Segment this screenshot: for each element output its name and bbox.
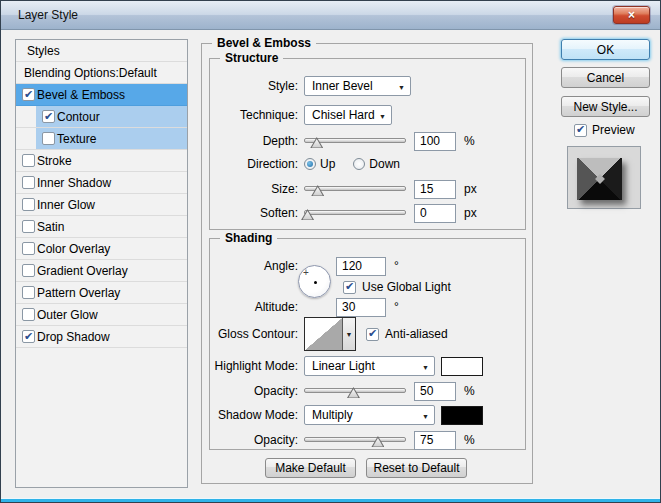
sidebar-item-drop-shadow[interactable]: Drop Shadow [16,326,187,348]
styles-header-label: Styles [27,44,60,58]
contour-thumbnail[interactable] [305,318,342,350]
sidebar-item-outer-glow[interactable]: Outer Glow [16,304,187,326]
highlight-color-swatch[interactable] [441,357,483,376]
use-global-light-checkbox[interactable] [343,281,356,294]
drop-shadow-checkbox[interactable] [22,330,35,343]
texture-checkbox[interactable] [42,132,55,145]
sidebar-item-inner-glow[interactable]: Inner Glow [16,194,187,216]
sidebar-item-bevel-emboss[interactable]: Bevel & Emboss [16,84,187,106]
size-input[interactable] [414,180,456,199]
style-value: Inner Bevel [312,79,398,93]
close-icon: × [628,8,635,22]
direction-label: Direction: [211,157,304,171]
new-style-button[interactable]: New Style... [561,96,650,117]
make-default-button[interactable]: Make Default [265,458,356,478]
color-overlay-checkbox[interactable] [22,242,35,255]
gloss-contour-label: Gloss Contour: [211,327,304,341]
shadow-opacity-unit: % [464,433,475,447]
sidebar-item-contour[interactable]: Contour [16,106,187,128]
highlight-opacity-row: Opacity: % [211,381,523,401]
altitude-row: Altitude: ° [211,297,523,317]
preview-thumbnail [577,158,622,200]
stroke-checkbox[interactable] [22,154,35,167]
reset-to-default-button[interactable]: Reset to Default [366,458,467,478]
gradient-overlay-checkbox[interactable] [22,264,35,277]
gloss-contour-row: Gloss Contour: Anti-aliased [211,316,523,352]
sidebar-item-label: Color Overlay [37,242,110,256]
size-row: Size: px [211,179,523,199]
styles-list: Styles Blending Options:Default Bevel & … [15,39,188,488]
sidebar-item-label: Inner Glow [37,198,95,212]
contour-dropdown-arrow[interactable] [342,318,355,350]
shadow-opacity-input[interactable] [414,431,456,450]
pattern-overlay-checkbox[interactable] [22,286,35,299]
chevron-down-icon [422,359,429,373]
depth-input[interactable] [414,132,456,151]
styles-header[interactable]: Styles [16,40,187,62]
highlight-opacity-unit: % [464,384,475,398]
chevron-down-icon [379,108,386,122]
sidebar-item-color-overlay[interactable]: Color Overlay [16,238,187,260]
contour-row[interactable]: Contour [36,106,187,127]
soften-label: Soften: [211,206,304,220]
sidebar-item-pattern-overlay[interactable]: Pattern Overlay [16,282,187,304]
style-dropdown[interactable]: Inner Bevel [304,76,411,96]
anti-aliased-checkbox[interactable] [366,328,379,341]
highlight-mode-label: Highlight Mode: [211,359,304,373]
ok-button[interactable]: OK [561,39,650,60]
sidebar-item-blending-options[interactable]: Blending Options:Default [16,62,187,84]
sidebar-item-label: Outer Glow [37,308,98,322]
sidebar-item-label: Bevel & Emboss [37,88,125,102]
preview-toggle[interactable]: Preview [574,123,635,137]
outer-glow-checkbox[interactable] [22,308,35,321]
window-bottom-border [1,498,660,502]
title-bar[interactable]: Layer Style × [1,1,660,30]
satin-checkbox[interactable] [22,220,35,233]
sidebar-item-satin[interactable]: Satin [16,216,187,238]
sidebar-item-label: Satin [37,220,64,234]
direction-down-radio[interactable] [353,158,365,170]
soften-input[interactable] [414,204,456,223]
chevron-down-icon [422,408,429,422]
slider-track[interactable] [304,210,406,215]
depth-slider[interactable] [304,133,406,149]
sidebar-item-stroke[interactable]: Stroke [16,150,187,172]
shadow-color-swatch[interactable] [441,406,483,425]
size-slider[interactable] [304,181,406,197]
texture-row[interactable]: Texture [36,128,187,149]
cancel-button[interactable]: Cancel [561,67,650,88]
sidebar-item-texture[interactable]: Texture [16,128,187,150]
sidebar-item-label: Stroke [37,154,72,168]
gloss-contour-picker[interactable] [304,317,356,351]
size-unit: px [464,182,477,196]
altitude-input[interactable] [336,298,386,317]
bevel-emboss-checkbox[interactable] [22,88,35,101]
preview-checkbox[interactable] [574,124,587,137]
highlight-mode-value: Linear Light [312,359,422,373]
direction-up-radio[interactable] [304,158,316,170]
highlight-mode-dropdown[interactable]: Linear Light [304,356,435,376]
shadow-opacity-row: Opacity: % [211,430,523,450]
contour-checkbox[interactable] [42,110,55,123]
style-label: Style: [211,79,304,93]
highlight-opacity-input[interactable] [414,382,456,401]
cancel-label: Cancel [587,71,624,85]
sidebar-item-label: Inner Shadow [37,176,111,190]
shadow-opacity-slider[interactable] [304,432,406,448]
sidebar-item-label: Contour [57,110,100,124]
inner-shadow-checkbox[interactable] [22,176,35,189]
shadow-opacity-label: Opacity: [211,433,304,447]
inner-glow-checkbox[interactable] [22,198,35,211]
highlight-opacity-slider[interactable] [304,383,406,399]
technique-dropdown[interactable]: Chisel Hard [304,105,392,125]
sidebar-item-inner-shadow[interactable]: Inner Shadow [16,172,187,194]
slider-track[interactable] [304,437,406,442]
close-button[interactable]: × [613,6,650,24]
panel-title: Bevel & Emboss [212,36,316,50]
angle-input[interactable] [336,257,386,276]
shading-group: Shading Angle: ° Use Global Light Altitu… [209,238,526,450]
soften-slider[interactable] [304,205,406,221]
soften-unit: px [464,206,477,220]
sidebar-item-gradient-overlay[interactable]: Gradient Overlay [16,260,187,282]
shadow-mode-dropdown[interactable]: Multiply [304,405,435,425]
